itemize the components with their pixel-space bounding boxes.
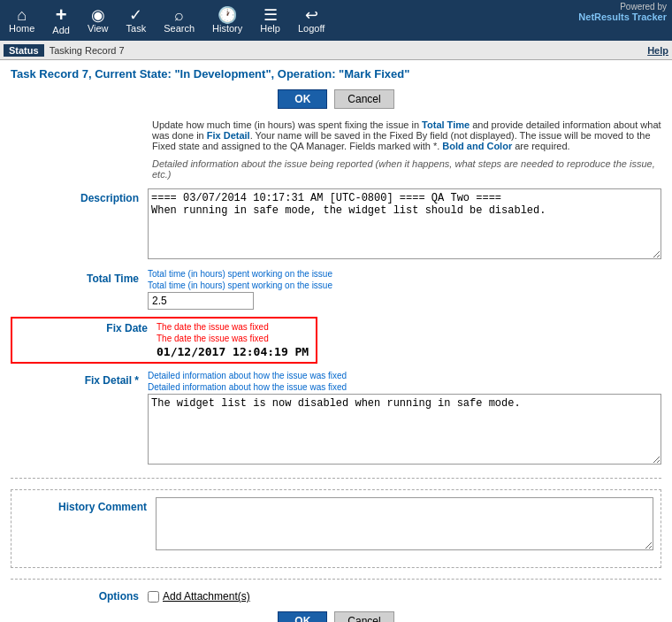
nav-help[interactable]: ☰ Help	[255, 5, 286, 35]
description-field: ==== 03/07/2014 10:17:31 AM [UTC-0800] =…	[148, 188, 661, 262]
view-icon: ◉	[91, 7, 105, 23]
add-attachment-checkbox[interactable]	[148, 591, 159, 603]
nav-search[interactable]: ⌕ Search	[158, 5, 200, 35]
bottom-cancel-button[interactable]: Cancel	[334, 611, 393, 622]
history-comment-row: History Comment	[19, 497, 653, 553]
total-time-input[interactable]	[148, 292, 254, 310]
bottom-action-buttons: OK Cancel	[11, 611, 661, 622]
info-text-4: are required.	[512, 141, 569, 151]
task-icon: ✓	[129, 7, 142, 23]
info-text-1: Update how much time (in hours) was spen…	[152, 119, 422, 130]
fix-detail-textarea[interactable]: The widget list is now disabled when run…	[148, 394, 661, 465]
info-total-time-highlight: Total Time	[422, 119, 470, 130]
info-italic-block: Detailed information about the issue bei…	[152, 158, 661, 180]
fix-detail-hint: Detailed information about how the issue…	[148, 371, 661, 380]
total-time-row: Total Time Total time (in hours) spent w…	[11, 269, 661, 310]
search-icon: ⌕	[174, 7, 184, 23]
bottom-ok-button[interactable]: OK	[278, 611, 327, 622]
history-comment-label: History Comment	[19, 497, 156, 513]
home-icon: ⌂	[17, 7, 27, 23]
help-icon: ☰	[263, 7, 278, 23]
info-fix-detail-highlight: Fix Detail	[207, 130, 250, 141]
total-time-hint2: Total time (in hours) spent working on t…	[148, 280, 661, 290]
history-comment-textarea[interactable]	[156, 497, 653, 550]
status-bar: Status Tasking Record 7 Help	[0, 41, 672, 60]
fix-detail-label: Fix Detail *	[11, 371, 148, 387]
nav-logoff[interactable]: ↩ Logoff	[293, 5, 330, 35]
nav-history[interactable]: 🕐 History	[207, 5, 248, 35]
fix-date-row: Fix Date The date the issue was fixed Th…	[11, 317, 661, 364]
fix-date-hint2: The date the issue was fixed	[157, 334, 309, 343]
tasking-label: Tasking Record 7	[50, 45, 125, 56]
top-ok-button[interactable]: OK	[278, 89, 327, 109]
fix-date-value: 01/12/2017 12:04:19 PM	[157, 345, 309, 358]
total-time-label: Total Time	[11, 269, 148, 285]
nav-task[interactable]: ✓ Task	[121, 5, 152, 35]
info-block: Update how much time (in hours) was spen…	[152, 119, 661, 151]
nav-home[interactable]: ⌂ Home	[4, 5, 40, 35]
section-divider-2	[11, 579, 661, 580]
fix-detail-field: Detailed information about how the issue…	[148, 371, 661, 467]
history-icon: 🕐	[218, 7, 237, 23]
fix-date-hint: The date the issue was fixed	[157, 322, 309, 332]
top-cancel-button[interactable]: Cancel	[334, 89, 393, 109]
top-action-buttons: OK Cancel	[11, 89, 661, 109]
main-content: Task Record 7, Current State: "In Develo…	[0, 60, 672, 622]
history-comment-section: History Comment	[11, 489, 661, 568]
help-link[interactable]: Help	[647, 45, 668, 56]
nav-view[interactable]: ◉ View	[82, 5, 114, 35]
status-badge: Status	[4, 44, 44, 57]
description-textarea[interactable]: ==== 03/07/2014 10:17:31 AM [UTC-0800] =…	[148, 188, 661, 259]
options-field: Add Attachment(s)	[148, 590, 250, 603]
total-time-hint: Total time (in hours) spent working on t…	[148, 269, 661, 279]
description-row: Description ==== 03/07/2014 10:17:31 AM …	[11, 188, 661, 262]
nav-add[interactable]: + Add	[47, 4, 75, 37]
add-icon: +	[56, 5, 67, 25]
page-title: Task Record 7, Current State: "In Develo…	[11, 67, 661, 81]
brand-link[interactable]: NetResults Tracker	[578, 12, 667, 22]
fix-detail-hint2: Detailed information about how the issue…	[148, 382, 661, 392]
fix-date-label: Fix Date	[19, 322, 157, 334]
fix-date-field: The date the issue was fixed The date th…	[157, 322, 309, 358]
top-navbar: ⌂ Home + Add ◉ View ✓ Task ⌕ Search 🕐 Hi…	[0, 0, 672, 41]
section-divider-1	[11, 478, 661, 479]
logoff-icon: ↩	[305, 7, 318, 23]
options-label: Options	[11, 590, 148, 603]
total-time-field: Total time (in hours) spent working on t…	[148, 269, 661, 310]
history-comment-field	[156, 497, 653, 553]
info-bold-color: Bold and Color	[442, 141, 512, 151]
add-attachment-label[interactable]: Add Attachment(s)	[163, 590, 250, 603]
brand-block: Powered by NetResults Tracker	[578, 2, 667, 22]
options-row: Options Add Attachment(s)	[11, 590, 661, 603]
fix-detail-row: Fix Detail * Detailed information about …	[11, 371, 661, 467]
description-label: Description	[11, 188, 148, 204]
